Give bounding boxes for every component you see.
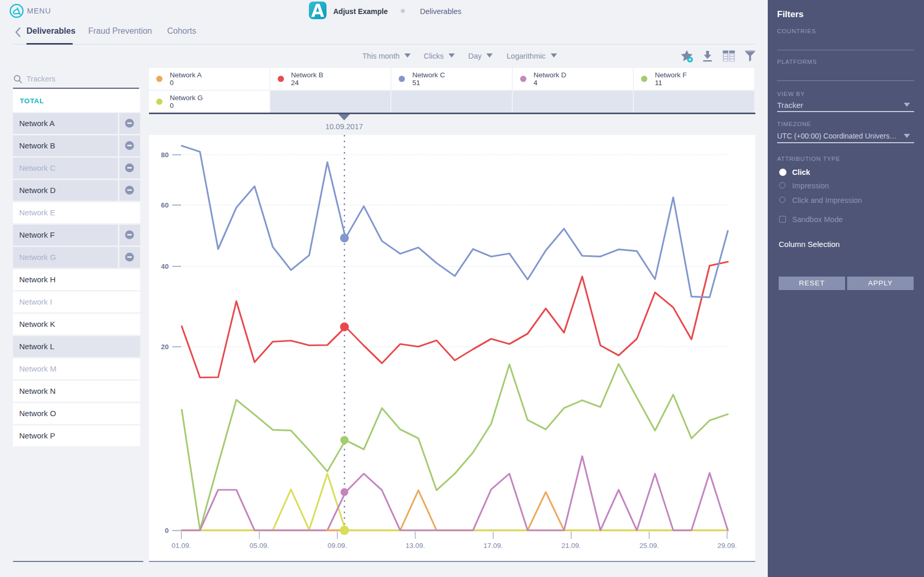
svg-text:20: 20	[161, 343, 169, 351]
svg-text:29.09.: 29.09.	[717, 542, 737, 549]
svg-text:01.09.: 01.09.	[172, 542, 192, 549]
svg-text:09.09.: 09.09.	[328, 542, 347, 549]
svg-text:17.09.: 17.09.	[483, 542, 503, 549]
svg-text:60: 60	[161, 201, 169, 209]
svg-text:80: 80	[161, 151, 169, 159]
svg-text:21.09.: 21.09.	[562, 542, 581, 549]
svg-text:25.09.: 25.09.	[640, 542, 659, 549]
svg-text:05.09.: 05.09.	[250, 542, 269, 549]
svg-text:40: 40	[161, 263, 169, 270]
svg-text:13.09.: 13.09.	[405, 542, 425, 549]
svg-text:0: 0	[165, 527, 169, 534]
